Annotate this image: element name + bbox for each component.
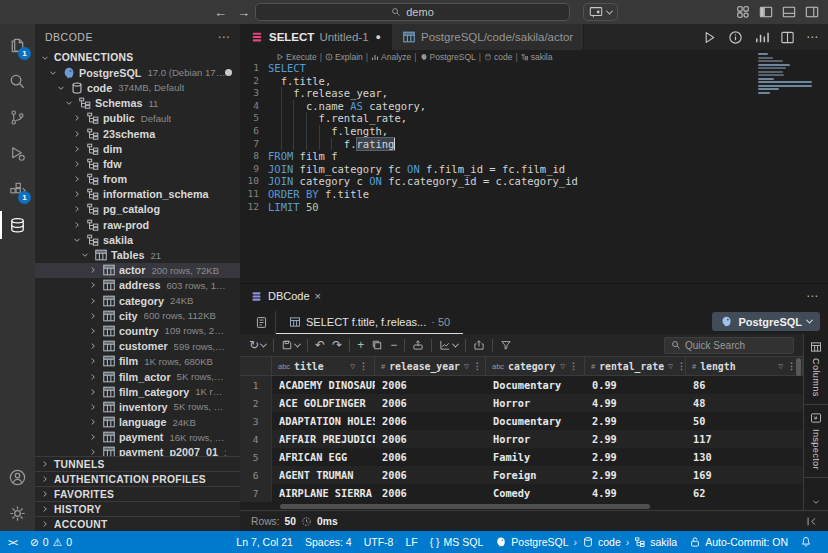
cell-title[interactable]: AFRICAN EGG <box>272 448 375 466</box>
cell-release_year[interactable]: 2006 <box>375 394 486 412</box>
tree-item-payment[interactable]: payment16K rows, 2MB <box>35 430 240 445</box>
more-actions-icon[interactable]: ⋯ <box>806 289 818 303</box>
filter-button[interactable] <box>500 339 512 351</box>
toggle-secondary-sidebar-icon[interactable] <box>805 5 819 19</box>
code-line-12[interactable]: 12LIMIT 50 <box>240 201 828 214</box>
add-row-button[interactable]: + <box>357 339 364 351</box>
tree-item-pg-catalog[interactable]: pg_catalog <box>35 202 240 217</box>
codelens-sakila[interactable]: sakila <box>521 52 553 62</box>
settings-gear-icon[interactable] <box>0 495 35 531</box>
eol-setting[interactable]: LF <box>399 531 423 553</box>
cell-length[interactable]: 169 <box>686 466 803 484</box>
tree-item-raw-prod[interactable]: raw-prod <box>35 217 240 232</box>
tree-item-postgresql[interactable]: PostgreSQL17.0 (Debian 17.0-1.pg... <box>35 65 240 80</box>
toggle-panel-icon[interactable] <box>782 5 796 19</box>
code-line-9[interactable]: 9JOIN film_category fc ON f.film_id = fc… <box>240 163 828 176</box>
side-tab-inspector[interactable]: Inspector <box>804 405 828 478</box>
tree-item-country[interactable]: country109 rows, 24KB <box>35 323 240 338</box>
cell-rental_rate[interactable]: 4.99 <box>585 394 686 412</box>
table-row[interactable]: 7AIRPLANE SIERRA2006Comedy4.9962 <box>240 484 803 502</box>
collapse-panel-icon[interactable] <box>806 516 817 527</box>
dbcode-view-icon[interactable] <box>0 207 35 243</box>
info-icon[interactable] <box>728 30 743 45</box>
cursor-position[interactable]: Ln 7, Col 21 <box>230 531 299 553</box>
column-header-length[interactable]: #length▽⋮ <box>686 357 803 375</box>
tree-item-public[interactable]: publicDefault <box>35 111 240 126</box>
column-menu-icon[interactable]: ⋮ <box>473 361 482 371</box>
minimap[interactable] <box>758 53 814 95</box>
source-control-icon[interactable] <box>0 99 35 135</box>
code-line-5[interactable]: 5 f.rental_rate, <box>240 112 828 125</box>
command-center-search[interactable]: demo <box>255 3 570 21</box>
close-icon[interactable]: × <box>315 290 321 302</box>
tree-item-fdw[interactable]: fdw <box>35 156 240 171</box>
customize-layout-icon[interactable] <box>736 5 750 19</box>
tree-item-information-schema[interactable]: information_schema <box>35 187 240 202</box>
cell-rental_rate[interactable]: 2.99 <box>585 448 686 466</box>
cell-release_year[interactable]: 2006 <box>375 466 486 484</box>
result-subtab[interactable]: SELECT f.title, f.releas... · 50 <box>276 311 463 334</box>
side-tab-columns[interactable]: Columns <box>804 334 828 405</box>
column-filter-icon[interactable]: ▽ <box>778 362 783 371</box>
cell-rental_rate[interactable]: 2.99 <box>585 430 686 448</box>
column-header-category[interactable]: abccategory▽⋮ <box>486 357 585 375</box>
language-mode[interactable]: { } MS SQL <box>424 531 490 553</box>
tree-item-city[interactable]: city600 rows, 112KB <box>35 308 240 323</box>
cell-title[interactable]: ACE GOLDFINGER <box>272 394 375 412</box>
column-filter-icon[interactable]: ▽ <box>560 362 565 371</box>
tree-item-film-category[interactable]: film_category1K rows, 112KB <box>35 384 240 399</box>
nav-back-button[interactable]: ← <box>214 5 227 20</box>
undo-button[interactable]: ↶ <box>315 339 325 351</box>
tree-item-film-actor[interactable]: film_actor5K rows, 496KB <box>35 369 240 384</box>
cell-length[interactable]: 130 <box>686 448 803 466</box>
encoding-setting[interactable]: UTF-8 <box>358 531 400 553</box>
tree-item-language[interactable]: language24KB <box>35 415 240 430</box>
tree-item-schemas[interactable]: Schemas11 <box>35 96 240 111</box>
code-line-7[interactable]: 7 f.rating <box>240 138 828 151</box>
cell-category[interactable]: Horror <box>486 394 585 412</box>
code-line-4[interactable]: 4 c.name AS category, <box>240 100 828 113</box>
sidebar-section-history[interactable]: HISTORY <box>35 501 240 516</box>
column-header-rental_rate[interactable]: #rental_rate▽⋮ <box>585 357 686 375</box>
code-line-8[interactable]: 8FROM film f <box>240 150 828 163</box>
tree-item-from[interactable]: from <box>35 172 240 187</box>
cell-rental_rate[interactable]: 2.99 <box>585 466 686 484</box>
sql-editor[interactable]: Execute|Explain|Analyze|PostgreSQL|code|… <box>240 50 828 283</box>
cell-category[interactable]: Documentary <box>486 376 585 394</box>
column-filter-icon[interactable]: ▽ <box>350 362 355 371</box>
tree-item-payment-p2007-01[interactable]: payment_p2007_0116KB <box>35 445 240 456</box>
chart-button[interactable] <box>439 339 458 351</box>
column-header-title[interactable]: abctitle▽⋮ <box>272 357 375 375</box>
refresh-button[interactable]: ↻ <box>249 339 266 351</box>
cell-release_year[interactable]: 2006 <box>375 412 486 430</box>
cell-category[interactable]: Foreign <box>486 466 585 484</box>
cell-category[interactable]: Documentary <box>486 412 585 430</box>
tree-item-code[interactable]: code374MB, Default <box>35 80 240 95</box>
column-menu-icon[interactable]: ⋮ <box>787 361 796 371</box>
cell-rental_rate[interactable]: 0.99 <box>585 376 686 394</box>
cell-category[interactable]: Horror <box>486 430 585 448</box>
cell-rental_rate[interactable]: 2.99 <box>585 412 686 430</box>
table-row[interactable]: 6AGENT TRUMAN2006Foreign2.99169 <box>240 466 803 484</box>
table-row[interactable]: 3ADAPTATION HOLES2006Documentary2.9950 <box>240 412 803 430</box>
cell-rental_rate[interactable]: 4.99 <box>585 484 686 502</box>
cell-length[interactable]: 62 <box>686 484 803 502</box>
code-line-1[interactable]: 1SELECT <box>240 62 828 75</box>
cell-length[interactable]: 86 <box>686 376 803 394</box>
tab-actor-table[interactable]: PostgreSQL/code/sakila/actor <box>392 24 584 50</box>
account-icon[interactable] <box>0 459 35 495</box>
console-list-button[interactable] <box>248 311 276 334</box>
table-row[interactable]: 4AFFAIR PREJUDICE2006Horror2.99117 <box>240 430 803 448</box>
tree-item-dim[interactable]: dim <box>35 141 240 156</box>
cell-length[interactable]: 50 <box>686 412 803 430</box>
tree-item-customer[interactable]: customer599 rows, 216KB <box>35 339 240 354</box>
duplicate-row-button[interactable] <box>371 339 383 351</box>
table-row[interactable]: 2ACE GOLDFINGER2006Horror4.9948 <box>240 394 803 412</box>
toggle-sidebar-icon[interactable] <box>759 5 773 19</box>
screencast-button[interactable] <box>583 3 618 21</box>
commit-button[interactable] <box>412 339 424 351</box>
code-line-3[interactable]: 3 f.release_year, <box>240 87 828 100</box>
codelens-code[interactable]: code <box>484 52 512 62</box>
tree-item-tables[interactable]: Tables21 <box>35 247 240 262</box>
tree-item-category[interactable]: category24KB <box>35 293 240 308</box>
